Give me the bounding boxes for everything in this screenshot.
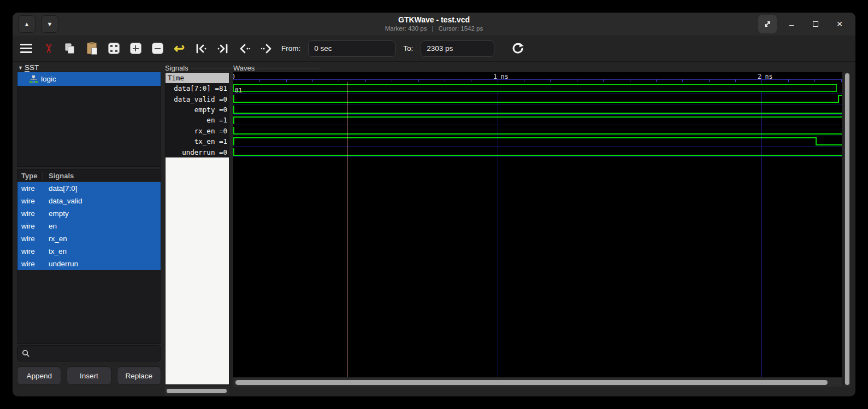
cut-button[interactable]: ✂: [41, 42, 55, 56]
insert-button[interactable]: Insert: [67, 366, 111, 385]
signal-name: rx_en: [43, 235, 67, 243]
sst-header[interactable]: ▼ SST: [18, 63, 39, 72]
timeline-tick: [259, 79, 260, 82]
zoom-in-icon: [130, 43, 141, 54]
copy-button[interactable]: [63, 42, 77, 56]
reload-button[interactable]: [511, 42, 525, 56]
column-header-type[interactable]: Type: [17, 172, 43, 180]
menu-button[interactable]: [19, 42, 33, 56]
timeline-tick: [365, 79, 366, 82]
zoom-in-button[interactable]: [128, 42, 143, 56]
minimize-button[interactable]: –: [782, 15, 801, 33]
tree-item-logic[interactable]: logic: [17, 72, 161, 86]
hierarchy-icon: [29, 75, 38, 83]
row-separator: [233, 125, 842, 125]
zoom-fit-icon: [108, 43, 120, 54]
signal-name: empty: [43, 209, 69, 218]
signal-value-row[interactable]: data_valid =0: [166, 94, 229, 104]
signal-value-row[interactable]: en =1: [166, 115, 229, 125]
to-input[interactable]: [421, 40, 494, 57]
signal-table: Type Signals wiredata[7:0]wiredata_valid…: [17, 169, 161, 344]
find-prev-edge-button[interactable]: [238, 42, 252, 56]
waves-panel-title: Waves: [233, 64, 321, 72]
table-row[interactable]: wiredata[7:0]: [17, 182, 161, 195]
close-icon: ×: [836, 18, 842, 30]
sst-tree[interactable]: logic: [17, 72, 161, 167]
signal-value-row[interactable]: rx_en =0: [166, 126, 229, 136]
table-row[interactable]: wirerx_en: [17, 232, 161, 245]
table-row[interactable]: wiretx_en: [17, 245, 161, 258]
window-title: GTKWave - test.vcd: [13, 15, 855, 25]
signal-value-row[interactable]: empty =0: [166, 104, 229, 115]
minimize-icon: –: [789, 20, 794, 29]
goto-end-button[interactable]: [216, 42, 230, 56]
fullscreen-button[interactable]: [758, 15, 777, 33]
find-prev-edge-icon: [238, 42, 251, 55]
signal-type: wire: [17, 222, 43, 230]
timeline-tick: [286, 79, 287, 82]
waves-vscrollbar[interactable]: [844, 73, 850, 387]
signal-value-row[interactable]: underrun =0: [166, 147, 229, 157]
timeline-tick: [339, 79, 339, 82]
signals-hscroll-thumb[interactable]: [167, 389, 227, 393]
row-separator: [233, 104, 842, 104]
timeline-tick: [788, 79, 789, 82]
row-separator: [233, 93, 842, 94]
signals-panel-title: Signals: [165, 64, 241, 72]
desktop: ▲ ▼ GTKWave - test.vcd Marker: 430 ps | …: [0, 0, 868, 409]
timeline-label: 1 ns: [493, 73, 509, 80]
sst-collapse-icon[interactable]: ▼: [18, 65, 23, 71]
from-input[interactable]: [308, 40, 395, 57]
wave-segment: [233, 155, 842, 156]
signals-hscrollbar[interactable]: [165, 387, 229, 395]
column-header-signals[interactable]: Signals: [43, 172, 74, 180]
close-button[interactable]: ×: [830, 15, 849, 33]
wave-transition: [233, 116, 234, 125]
maximize-icon: [813, 21, 818, 27]
signal-table-header[interactable]: Type Signals: [17, 170, 161, 182]
timeline-tick: [735, 79, 736, 82]
zoom-out-button[interactable]: [150, 42, 164, 56]
signal-name: data[7:0]: [43, 184, 78, 192]
grid-line: [761, 75, 762, 377]
signal-value-row[interactable]: data[7:0] =81: [166, 83, 229, 94]
wave-segment: [233, 116, 842, 118]
time-header[interactable]: Time: [166, 73, 229, 83]
waves-hscrollbar[interactable]: [233, 378, 842, 387]
maximize-button[interactable]: [806, 15, 825, 33]
sst-label: SST: [25, 63, 39, 72]
waves-vscroll-thumb[interactable]: [845, 73, 849, 385]
marker-line: [347, 82, 347, 377]
search-input[interactable]: [33, 349, 153, 358]
timeline-rule: [233, 79, 842, 80]
timeline-label: 0: [233, 73, 235, 80]
copy-icon: [64, 43, 75, 54]
zoom-undo-button[interactable]: ↩: [172, 42, 186, 56]
wave-transition: [233, 106, 234, 114]
paste-button[interactable]: [85, 42, 99, 56]
table-row[interactable]: wiredata_valid: [17, 195, 161, 207]
find-next-edge-button[interactable]: [259, 42, 274, 56]
goto-start-button[interactable]: [194, 42, 208, 56]
table-row[interactable]: wireempty: [17, 207, 161, 220]
signals-name-panel[interactable]: Time data[7:0] =81data_valid =0empty =0e…: [165, 72, 229, 385]
wave-area[interactable]: 01 ns2 ns 81: [233, 72, 842, 377]
signal-type: wire: [17, 184, 43, 192]
signal-value-row[interactable]: tx_en =1: [166, 136, 229, 147]
wave-segment: [816, 144, 842, 145]
append-button[interactable]: Append: [17, 366, 61, 385]
cut-icon: ✂: [42, 43, 54, 53]
row-separator: [233, 136, 842, 136]
table-row[interactable]: wireen: [17, 220, 161, 232]
table-row[interactable]: wireunderrun: [17, 258, 161, 270]
timeline-tick: [841, 79, 842, 82]
wave-timeline[interactable]: 01 ns2 ns: [233, 72, 842, 82]
waves-hscroll-thumb[interactable]: [235, 380, 828, 385]
zoom-fit-button[interactable]: [107, 42, 121, 56]
bus-segment: 81: [233, 84, 837, 92]
action-buttons: Append Insert Replace: [17, 366, 161, 385]
tree-item-label: logic: [41, 75, 56, 83]
wave-segment: [233, 102, 839, 103]
replace-button[interactable]: Replace: [117, 366, 161, 385]
search-box[interactable]: [17, 345, 161, 361]
